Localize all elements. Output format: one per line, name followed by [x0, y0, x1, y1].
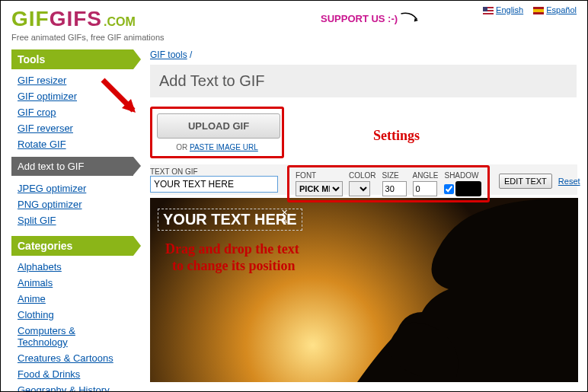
- support-us-link[interactable]: SUPPORT US :-): [321, 10, 423, 27]
- color-select[interactable]: [349, 181, 370, 196]
- breadcrumb-sep: /: [190, 49, 192, 60]
- sidebar-categories-list: Alphabets Animals Anime Clothing Compute…: [11, 256, 133, 392]
- shadow-color-swatch[interactable]: [455, 181, 481, 196]
- paste-url-or: OR: [176, 143, 190, 151]
- reset-link[interactable]: Reset: [558, 177, 580, 186]
- lang-english[interactable]: English: [483, 5, 523, 14]
- paste-url-row: OR PASTE IMAGE URL: [157, 143, 277, 151]
- color-label: COLOR: [349, 171, 376, 180]
- upload-gif-button[interactable]: UPLOAD GIF: [157, 113, 280, 139]
- arrow-curve-icon: [400, 10, 423, 27]
- sidebar-item-gif-crop[interactable]: GIF crop: [18, 107, 56, 118]
- language-switcher: English Español: [475, 5, 577, 14]
- page-title: Add Text to GIF: [150, 65, 577, 97]
- angle-input[interactable]: [413, 181, 437, 196]
- text-on-gif-field: TEXT ON GIF: [150, 167, 280, 193]
- sidebar-cat-computers[interactable]: Computers & Technology: [18, 325, 75, 348]
- paste-url-link[interactable]: PASTE IMAGE URL: [190, 143, 258, 151]
- edit-icon[interactable]: ✎: [281, 216, 288, 225]
- sidebar-cat-clothing[interactable]: Clothing: [18, 309, 54, 320]
- sidebar-item-add-text-active[interactable]: Add text to GIF: [11, 157, 133, 176]
- breadcrumb: GIF tools /: [150, 49, 577, 60]
- sidebar-cat-creatures[interactable]: Creatures & Cartoons: [18, 352, 113, 364]
- sidebar-header-categories: Categories: [11, 236, 133, 256]
- sidebar-header-tools: Tools: [11, 49, 133, 69]
- annotation-arrow-icon: [99, 76, 145, 122]
- font-label: FONT: [296, 171, 343, 180]
- sidebar-cat-geography[interactable]: Geography & History: [18, 384, 110, 392]
- text-on-gif-input[interactable]: [150, 176, 278, 193]
- font-select[interactable]: PICK ME: [296, 181, 343, 196]
- lang-spanish[interactable]: Español: [533, 5, 577, 14]
- size-input[interactable]: [382, 181, 407, 196]
- flag-us-icon: [483, 7, 494, 14]
- drag-instruction: Drag and drop the text to change its pos…: [165, 241, 299, 274]
- tagline: Free animated GIFs, free GIF animations: [11, 33, 577, 42]
- logo-part-gifs: GIFS: [50, 7, 102, 31]
- edit-reset-group: EDIT TEXT Reset: [499, 174, 580, 189]
- silhouette-image: [289, 198, 578, 382]
- sidebar-item-png-optimizer[interactable]: PNG optimizer: [18, 199, 82, 210]
- main-content: GIF tools / Add Text to GIF UPLOAD GIF O…: [133, 45, 577, 392]
- shadow-checkbox[interactable]: [444, 184, 454, 194]
- sidebar-item-rotate-gif[interactable]: Rotate GIF: [18, 139, 66, 150]
- sidebar-item-gif-optimizer[interactable]: GIF optimizer: [18, 91, 77, 102]
- sidebar-cat-alphabets[interactable]: Alphabets: [18, 261, 62, 272]
- sidebar-item-jpeg-optimizer[interactable]: JPEG optimizer: [18, 183, 86, 194]
- sidebar-cat-anime[interactable]: Anime: [18, 293, 46, 304]
- breadcrumb-root[interactable]: GIF tools: [150, 49, 187, 60]
- upload-box: UPLOAD GIF OR PASTE IMAGE URL: [150, 107, 284, 158]
- size-label: SIZE: [382, 171, 407, 180]
- sidebar-cat-food[interactable]: Food & Drinks: [18, 368, 80, 380]
- edit-text-button[interactable]: EDIT TEXT: [499, 174, 552, 189]
- gif-preview[interactable]: YOUR TEXT HERE ✕ ✎ Drag and drop the tex…: [150, 198, 578, 382]
- settings-panel: FONT PICK ME COLOR SIZE ANGLE SHADOW: [287, 165, 490, 202]
- sidebar-cat-animals[interactable]: Animals: [18, 277, 53, 288]
- sidebar-item-gif-reverser[interactable]: GIF reverser: [18, 123, 73, 134]
- support-label: SUPPORT US :-): [321, 13, 398, 24]
- overlay-controls: ✕ ✎: [281, 209, 288, 225]
- text-on-gif-label: TEXT ON GIF: [150, 167, 280, 176]
- logo-part-com: .COM: [104, 15, 136, 29]
- sidebar-item-split-gif[interactable]: Split GIF: [18, 215, 56, 226]
- flag-es-icon: [533, 7, 544, 14]
- angle-label: ANGLE: [413, 171, 439, 180]
- shadow-label: SHADOW: [444, 171, 481, 180]
- sidebar-tools-list-2: JPEG optimizer PNG optimizer Split GIF: [11, 177, 133, 231]
- settings-annotation: Settings: [373, 128, 420, 144]
- logo-part-gif: GIF: [11, 7, 50, 31]
- sidebar-item-gif-resizer[interactable]: GIF resizer: [18, 75, 66, 86]
